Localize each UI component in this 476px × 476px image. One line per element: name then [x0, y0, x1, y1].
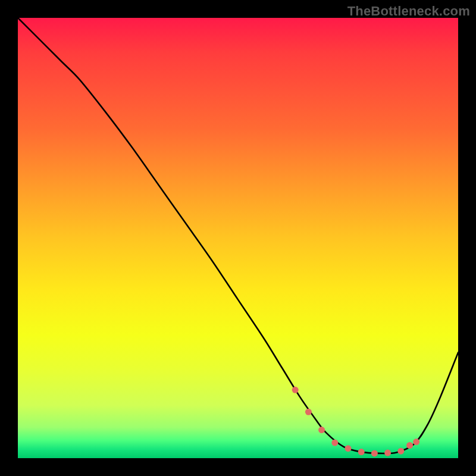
chart-svg	[18, 18, 458, 458]
marker-point	[406, 442, 413, 449]
bottleneck-curve	[18, 18, 458, 453]
marker-point	[331, 440, 338, 446]
marker-point	[358, 449, 365, 455]
highlight-markers	[292, 387, 420, 457]
watermark-text: TheBottleneck.com	[347, 4, 470, 19]
plot-area	[18, 18, 458, 458]
marker-point	[345, 445, 352, 452]
marker-point	[397, 448, 404, 455]
marker-point	[305, 409, 312, 415]
marker-point	[384, 450, 391, 456]
marker-point	[292, 387, 299, 393]
marker-point	[371, 450, 378, 456]
marker-point	[413, 439, 419, 445]
marker-point	[318, 427, 325, 433]
